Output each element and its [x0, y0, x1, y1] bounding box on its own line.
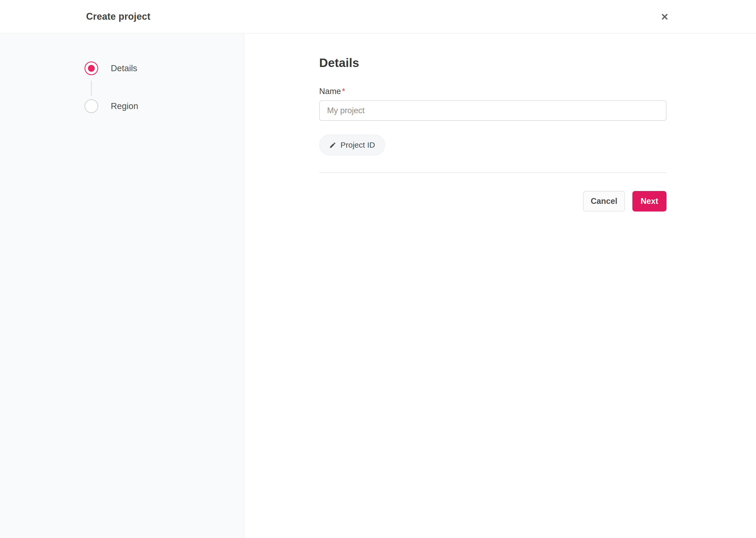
required-asterisk: *	[342, 87, 345, 96]
radio-unselected-icon	[84, 99, 98, 113]
stepper-step-region[interactable]: Region	[84, 99, 138, 113]
close-icon: ✕	[661, 12, 669, 22]
divider	[319, 172, 667, 173]
project-id-button[interactable]: Project ID	[319, 134, 385, 155]
stepper-connector-line	[91, 81, 92, 96]
project-name-input[interactable]	[319, 100, 667, 121]
close-button[interactable]: ✕	[656, 9, 673, 26]
modal-header: Create project ✕	[0, 0, 756, 34]
details-panel: Details Name* Project ID Cancel Next	[244, 34, 756, 538]
pencil-icon	[329, 141, 336, 149]
create-project-modal: Create project ✕ Details Region Details …	[0, 0, 756, 538]
cancel-button[interactable]: Cancel	[583, 191, 625, 211]
project-id-button-label: Project ID	[341, 140, 375, 149]
radio-selected-icon	[84, 62, 98, 75]
stepper-step-label: Details	[111, 63, 137, 73]
modal-title: Create project	[86, 0, 150, 33]
stepper-step-label: Region	[111, 101, 138, 111]
action-buttons: Cancel Next	[583, 191, 667, 211]
section-heading: Details	[319, 56, 359, 70]
name-label-text: Name	[319, 87, 341, 96]
name-field-label: Name*	[319, 87, 345, 96]
stepper-step-details[interactable]: Details	[84, 62, 137, 75]
radio-dot	[88, 65, 95, 72]
modal-body: Details Region Details Name* Project ID	[0, 34, 756, 538]
stepper-sidebar: Details Region	[0, 34, 244, 538]
next-button[interactable]: Next	[632, 191, 667, 211]
